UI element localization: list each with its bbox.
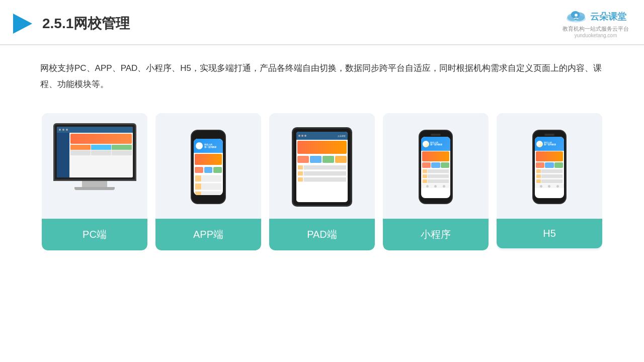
description-text: 网校支持PC、APP、PAD、小程序、H5，实现多端打通，产品各终端自由切换，数… (0, 45, 644, 103)
card-pc-image (42, 113, 147, 219)
cards-area: PC端 职达人的第一堂判断课 (0, 103, 644, 265)
header-left: 2.5.1网校管理 (10, 12, 130, 36)
svg-marker-0 (13, 14, 32, 34)
card-app: 职达人的第一堂判断课 (155, 113, 261, 250)
logo-area: 云朵课堂 教育机构一站式服务云平台 yunduoketang.com (562, 9, 629, 38)
header: 2.5.1网校管理 云朵课堂 教育机构一站式服务云平台 yunduoketang… (0, 0, 644, 45)
page-title: 2.5.1网校管理 (42, 14, 130, 33)
mini-phone-mockup-2: 职达人的第一堂判断课 (532, 130, 567, 204)
logo-name: 云朵课堂 (590, 11, 626, 23)
card-app-image: 职达人的第一堂判断课 (155, 113, 261, 219)
play-icon (10, 12, 34, 36)
phone-mockup-app: 职达人的第一堂判断课 (191, 130, 226, 204)
card-app-label: APP端 (155, 219, 261, 250)
logo-tagline: 教育机构一站式服务云平台 (562, 25, 629, 33)
mini-phone-mockup-1: 职达人的第一堂判断课 (419, 130, 453, 204)
svg-point-5 (575, 14, 578, 17)
cloud-icon (565, 9, 587, 24)
card-pad: 云朵课堂 (269, 113, 375, 250)
card-h5: 职达人的第一堂判断课 (497, 113, 602, 250)
card-pad-label: PAD端 (269, 219, 375, 250)
logo-cloud: 云朵课堂 (565, 9, 626, 24)
tablet-mockup: 云朵课堂 (292, 127, 352, 207)
card-h5-image: 职达人的第一堂判断课 (497, 113, 602, 219)
card-pc: PC端 (42, 113, 147, 250)
card-mini-image: 职达人的第一堂判断课 (383, 113, 489, 219)
card-mini: 职达人的第一堂判断课 (383, 113, 489, 250)
card-pc-label: PC端 (42, 219, 147, 250)
card-h5-label: H5 (497, 219, 602, 248)
monitor-mockup (53, 123, 136, 211)
logo-url: yunduoketang.com (575, 33, 617, 38)
card-mini-label: 小程序 (383, 219, 489, 250)
card-pad-image: 云朵课堂 (269, 113, 375, 219)
